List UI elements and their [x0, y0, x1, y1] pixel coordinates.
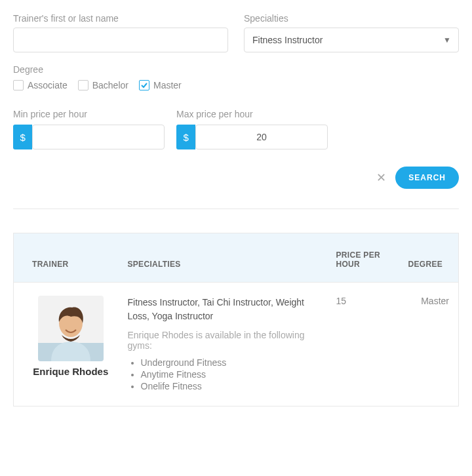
list-item: Anytime Fitness: [141, 369, 318, 380]
price-value: 15: [327, 283, 399, 407]
list-item: Underground Fitness: [141, 357, 318, 368]
col-specialties: SPECIALTIES: [119, 233, 327, 283]
degree-master-checkbox[interactable]: Master: [139, 80, 182, 90]
specialties-selected-value: Fitness Instructor: [252, 35, 323, 45]
col-trainer: TRAINER: [14, 233, 119, 283]
divider: [13, 208, 459, 209]
table-header-row: TRAINER SPECIALTIES PRICE PER HOUR DEGRE…: [14, 233, 459, 283]
currency-icon: $: [176, 125, 195, 149]
degree-label: Degree: [13, 64, 459, 75]
degree-bachelor-checkbox[interactable]: Bachelor: [78, 80, 128, 90]
col-degree: DEGREE: [399, 233, 459, 283]
degree-associate-label: Associate: [28, 80, 68, 90]
min-price-label: Min price per hour: [13, 109, 165, 119]
specialties-select[interactable]: Fitness Instructor: [244, 28, 459, 52]
degree-value: Master: [399, 283, 459, 407]
checkbox-icon: [13, 80, 24, 90]
table-row[interactable]: Enrique Rhodes Fitness Instructor, Tai C…: [14, 283, 459, 407]
degree-bachelor-label: Bachelor: [92, 80, 128, 90]
max-price-label: Max price per hour: [176, 109, 328, 119]
max-price-input[interactable]: [195, 125, 328, 149]
close-icon[interactable]: ✕: [376, 172, 386, 184]
availability-text: Enrique Rhodes is available in the follo…: [128, 330, 318, 351]
trainer-name-input[interactable]: [13, 28, 228, 52]
results-table: TRAINER SPECIALTIES PRICE PER HOUR DEGRE…: [13, 233, 459, 407]
avatar: [38, 296, 104, 361]
gyms-list: Underground Fitness Anytime Fitness Onel…: [128, 357, 318, 391]
list-item: Onelife Fitness: [141, 381, 318, 391]
specialties-label: Specialties: [244, 13, 459, 24]
checkbox-icon: [78, 80, 88, 90]
col-price: PRICE PER HOUR: [327, 233, 399, 283]
degree-associate-checkbox[interactable]: Associate: [13, 80, 68, 90]
currency-icon: $: [13, 125, 32, 149]
trainer-name: Enrique Rhodes: [32, 365, 109, 378]
search-button[interactable]: SEARCH: [395, 167, 459, 189]
min-price-input[interactable]: [32, 125, 165, 149]
name-label: Trainer's first or last name: [13, 13, 228, 24]
degree-master-label: Master: [153, 80, 182, 90]
checkbox-checked-icon: [139, 80, 149, 90]
specialties-text: Fitness Instructor, Tai Chi Instructor, …: [128, 296, 318, 323]
